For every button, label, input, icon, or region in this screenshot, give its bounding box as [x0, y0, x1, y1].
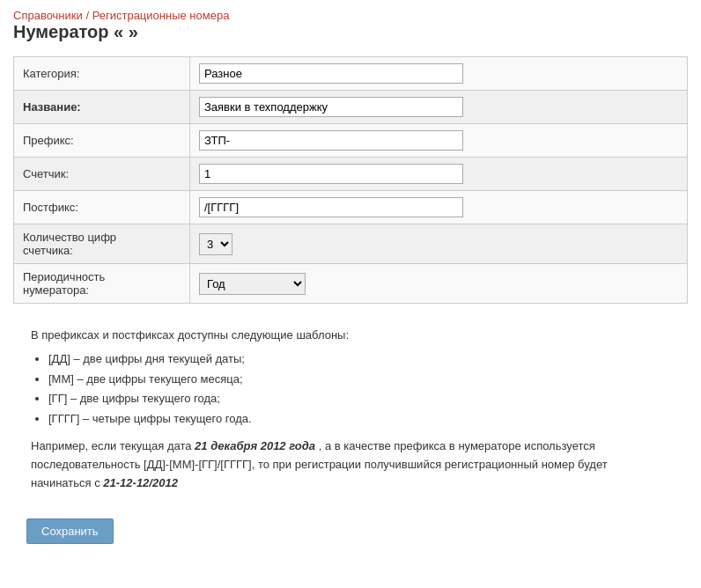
- label-prefix: Префикс:: [14, 124, 190, 158]
- example-text-start: Например, если текущая дата: [31, 439, 191, 452]
- list-item: [ДД] – две цифры дня текущей даты;: [48, 350, 670, 369]
- breadcrumb-separator: /: [85, 9, 92, 22]
- input-cell-postfix: [190, 191, 688, 224]
- table-row: Количество цифр счетчика: 1 2 3 4 5: [14, 224, 688, 264]
- template-list: [ДД] – две цифры дня текущей даты; [ММ] …: [48, 350, 670, 429]
- list-item: [ММ] – две цифры текущего месяца;: [48, 371, 670, 389]
- input-postfix[interactable]: [199, 197, 463, 217]
- input-cell-kategoria: [190, 57, 688, 91]
- breadcrumb-link-2[interactable]: Регистрационные номера: [92, 9, 230, 22]
- example-paragraph: Например, если текущая дата 21 декабря 2…: [31, 437, 670, 492]
- prefix-note: В префиксах и постфиксах доступны следую…: [31, 327, 670, 345]
- list-item: [ГГ] – две цифры текущего года;: [48, 390, 670, 408]
- input-cell-digits: 1 2 3 4 5: [190, 224, 688, 264]
- input-kategoria[interactable]: [199, 63, 463, 84]
- example-date: 21 декабря 2012 года: [195, 439, 315, 452]
- label-period: Периодичность нумератора:: [14, 264, 190, 304]
- table-row: Префикс:: [14, 124, 688, 158]
- label-digits: Количество цифр счетчика:: [14, 224, 190, 264]
- breadcrumb-link-1[interactable]: Справочники: [13, 9, 83, 22]
- form-table: Категория: Название: Префикс: Счетчик:: [13, 56, 688, 304]
- breadcrumb: Справочники / Регистрационные номера: [13, 9, 688, 22]
- select-period[interactable]: День Месяц Год Не сбрасывать: [199, 273, 306, 295]
- table-row: Постфикс:: [14, 191, 688, 224]
- table-row: Периодичность нумератора: День Месяц Год…: [14, 264, 688, 304]
- example-result: 21-12-12/2012: [103, 476, 178, 489]
- input-cell-period: День Месяц Год Не сбрасывать: [190, 264, 688, 304]
- label-schetcik: Счетчик:: [14, 158, 190, 191]
- page-title: Нумератор « »: [13, 22, 688, 42]
- label-kategoria: Категория:: [14, 57, 190, 91]
- input-cell-nazvanie: [190, 91, 688, 124]
- list-item: [ГГГГ] – четыре цифры текущего года.: [48, 410, 670, 429]
- select-digits[interactable]: 1 2 3 4 5: [199, 233, 232, 255]
- label-postfix: Постфикс:: [14, 191, 190, 224]
- input-prefix[interactable]: [199, 130, 463, 151]
- input-cell-prefix: [190, 124, 688, 158]
- label-nazvanie: Название:: [14, 91, 190, 124]
- table-row: Название:: [14, 91, 688, 124]
- save-button[interactable]: Сохранить: [26, 518, 114, 544]
- table-row: Категория:: [14, 57, 688, 91]
- input-nazvanie[interactable]: [199, 97, 463, 117]
- info-box: В префиксах и постфиксах доступны следую…: [13, 318, 688, 501]
- input-schetcik[interactable]: [199, 164, 463, 184]
- input-cell-schetcik: [190, 158, 688, 191]
- table-row: Счетчик:: [14, 158, 688, 191]
